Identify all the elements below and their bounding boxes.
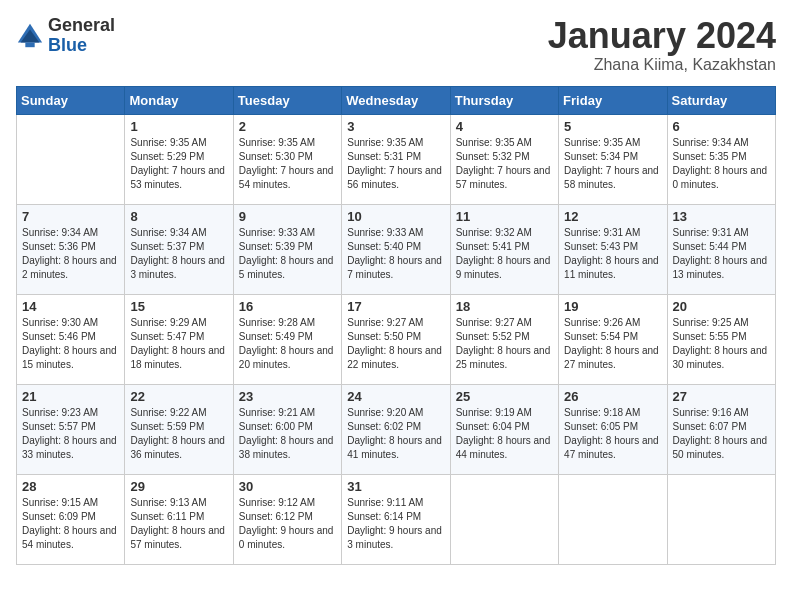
day-cell: 19Sunrise: 9:26 AMSunset: 5:54 PMDayligh…	[559, 294, 667, 384]
weekday-header-row: SundayMondayTuesdayWednesdayThursdayFrid…	[17, 86, 776, 114]
day-number: 15	[130, 299, 227, 314]
day-number: 14	[22, 299, 119, 314]
day-number: 11	[456, 209, 553, 224]
day-number: 24	[347, 389, 444, 404]
week-row-4: 21Sunrise: 9:23 AMSunset: 5:57 PMDayligh…	[17, 384, 776, 474]
day-cell: 18Sunrise: 9:27 AMSunset: 5:52 PMDayligh…	[450, 294, 558, 384]
day-cell: 13Sunrise: 9:31 AMSunset: 5:44 PMDayligh…	[667, 204, 775, 294]
day-number: 19	[564, 299, 661, 314]
day-number: 18	[456, 299, 553, 314]
day-number: 16	[239, 299, 336, 314]
day-cell: 4Sunrise: 9:35 AMSunset: 5:32 PMDaylight…	[450, 114, 558, 204]
day-cell	[17, 114, 125, 204]
weekday-header-thursday: Thursday	[450, 86, 558, 114]
day-number: 7	[22, 209, 119, 224]
day-number: 2	[239, 119, 336, 134]
day-info: Sunrise: 9:25 AMSunset: 5:55 PMDaylight:…	[673, 316, 770, 372]
day-info: Sunrise: 9:27 AMSunset: 5:50 PMDaylight:…	[347, 316, 444, 372]
day-number: 27	[673, 389, 770, 404]
day-number: 10	[347, 209, 444, 224]
day-cell: 11Sunrise: 9:32 AMSunset: 5:41 PMDayligh…	[450, 204, 558, 294]
day-number: 8	[130, 209, 227, 224]
day-cell: 15Sunrise: 9:29 AMSunset: 5:47 PMDayligh…	[125, 294, 233, 384]
day-cell: 2Sunrise: 9:35 AMSunset: 5:30 PMDaylight…	[233, 114, 341, 204]
day-cell: 8Sunrise: 9:34 AMSunset: 5:37 PMDaylight…	[125, 204, 233, 294]
day-number: 23	[239, 389, 336, 404]
day-cell: 1Sunrise: 9:35 AMSunset: 5:29 PMDaylight…	[125, 114, 233, 204]
day-info: Sunrise: 9:13 AMSunset: 6:11 PMDaylight:…	[130, 496, 227, 552]
logo: General Blue	[16, 16, 115, 56]
day-info: Sunrise: 9:31 AMSunset: 5:44 PMDaylight:…	[673, 226, 770, 282]
day-number: 5	[564, 119, 661, 134]
location: Zhana Kiima, Kazakhstan	[548, 56, 776, 74]
day-info: Sunrise: 9:22 AMSunset: 5:59 PMDaylight:…	[130, 406, 227, 462]
day-cell	[667, 474, 775, 564]
day-cell: 17Sunrise: 9:27 AMSunset: 5:50 PMDayligh…	[342, 294, 450, 384]
day-info: Sunrise: 9:11 AMSunset: 6:14 PMDaylight:…	[347, 496, 444, 552]
day-number: 1	[130, 119, 227, 134]
day-cell: 24Sunrise: 9:20 AMSunset: 6:02 PMDayligh…	[342, 384, 450, 474]
day-info: Sunrise: 9:21 AMSunset: 6:00 PMDaylight:…	[239, 406, 336, 462]
week-row-2: 7Sunrise: 9:34 AMSunset: 5:36 PMDaylight…	[17, 204, 776, 294]
day-info: Sunrise: 9:35 AMSunset: 5:31 PMDaylight:…	[347, 136, 444, 192]
day-info: Sunrise: 9:27 AMSunset: 5:52 PMDaylight:…	[456, 316, 553, 372]
calendar-table: SundayMondayTuesdayWednesdayThursdayFrid…	[16, 86, 776, 565]
day-cell: 5Sunrise: 9:35 AMSunset: 5:34 PMDaylight…	[559, 114, 667, 204]
day-info: Sunrise: 9:20 AMSunset: 6:02 PMDaylight:…	[347, 406, 444, 462]
day-number: 31	[347, 479, 444, 494]
day-info: Sunrise: 9:18 AMSunset: 6:05 PMDaylight:…	[564, 406, 661, 462]
day-number: 17	[347, 299, 444, 314]
day-cell: 22Sunrise: 9:22 AMSunset: 5:59 PMDayligh…	[125, 384, 233, 474]
day-number: 28	[22, 479, 119, 494]
day-cell: 21Sunrise: 9:23 AMSunset: 5:57 PMDayligh…	[17, 384, 125, 474]
day-number: 29	[130, 479, 227, 494]
day-cell: 31Sunrise: 9:11 AMSunset: 6:14 PMDayligh…	[342, 474, 450, 564]
day-number: 20	[673, 299, 770, 314]
month-title: January 2024	[548, 16, 776, 56]
day-info: Sunrise: 9:26 AMSunset: 5:54 PMDaylight:…	[564, 316, 661, 372]
weekday-header-tuesday: Tuesday	[233, 86, 341, 114]
day-cell: 9Sunrise: 9:33 AMSunset: 5:39 PMDaylight…	[233, 204, 341, 294]
day-info: Sunrise: 9:16 AMSunset: 6:07 PMDaylight:…	[673, 406, 770, 462]
day-info: Sunrise: 9:23 AMSunset: 5:57 PMDaylight:…	[22, 406, 119, 462]
day-cell: 23Sunrise: 9:21 AMSunset: 6:00 PMDayligh…	[233, 384, 341, 474]
day-cell: 27Sunrise: 9:16 AMSunset: 6:07 PMDayligh…	[667, 384, 775, 474]
weekday-header-monday: Monday	[125, 86, 233, 114]
day-info: Sunrise: 9:35 AMSunset: 5:29 PMDaylight:…	[130, 136, 227, 192]
day-number: 13	[673, 209, 770, 224]
logo-text: General Blue	[48, 16, 115, 56]
day-info: Sunrise: 9:19 AMSunset: 6:04 PMDaylight:…	[456, 406, 553, 462]
day-cell: 29Sunrise: 9:13 AMSunset: 6:11 PMDayligh…	[125, 474, 233, 564]
day-cell: 12Sunrise: 9:31 AMSunset: 5:43 PMDayligh…	[559, 204, 667, 294]
day-cell: 16Sunrise: 9:28 AMSunset: 5:49 PMDayligh…	[233, 294, 341, 384]
weekday-header-wednesday: Wednesday	[342, 86, 450, 114]
day-number: 22	[130, 389, 227, 404]
day-cell: 3Sunrise: 9:35 AMSunset: 5:31 PMDaylight…	[342, 114, 450, 204]
day-cell: 6Sunrise: 9:34 AMSunset: 5:35 PMDaylight…	[667, 114, 775, 204]
day-cell: 14Sunrise: 9:30 AMSunset: 5:46 PMDayligh…	[17, 294, 125, 384]
day-info: Sunrise: 9:33 AMSunset: 5:39 PMDaylight:…	[239, 226, 336, 282]
day-cell: 25Sunrise: 9:19 AMSunset: 6:04 PMDayligh…	[450, 384, 558, 474]
week-row-1: 1Sunrise: 9:35 AMSunset: 5:29 PMDaylight…	[17, 114, 776, 204]
day-cell: 7Sunrise: 9:34 AMSunset: 5:36 PMDaylight…	[17, 204, 125, 294]
weekday-header-saturday: Saturday	[667, 86, 775, 114]
logo-general: General	[48, 15, 115, 35]
day-info: Sunrise: 9:35 AMSunset: 5:32 PMDaylight:…	[456, 136, 553, 192]
day-info: Sunrise: 9:33 AMSunset: 5:40 PMDaylight:…	[347, 226, 444, 282]
day-info: Sunrise: 9:35 AMSunset: 5:30 PMDaylight:…	[239, 136, 336, 192]
svg-rect-2	[25, 42, 34, 47]
page-header: General Blue January 2024 Zhana Kiima, K…	[16, 16, 776, 74]
day-cell	[559, 474, 667, 564]
day-cell: 10Sunrise: 9:33 AMSunset: 5:40 PMDayligh…	[342, 204, 450, 294]
day-cell: 28Sunrise: 9:15 AMSunset: 6:09 PMDayligh…	[17, 474, 125, 564]
weekday-header-sunday: Sunday	[17, 86, 125, 114]
day-number: 30	[239, 479, 336, 494]
day-info: Sunrise: 9:32 AMSunset: 5:41 PMDaylight:…	[456, 226, 553, 282]
day-number: 12	[564, 209, 661, 224]
day-number: 21	[22, 389, 119, 404]
logo-blue: Blue	[48, 35, 87, 55]
day-number: 3	[347, 119, 444, 134]
weekday-header-friday: Friday	[559, 86, 667, 114]
day-info: Sunrise: 9:30 AMSunset: 5:46 PMDaylight:…	[22, 316, 119, 372]
day-number: 4	[456, 119, 553, 134]
